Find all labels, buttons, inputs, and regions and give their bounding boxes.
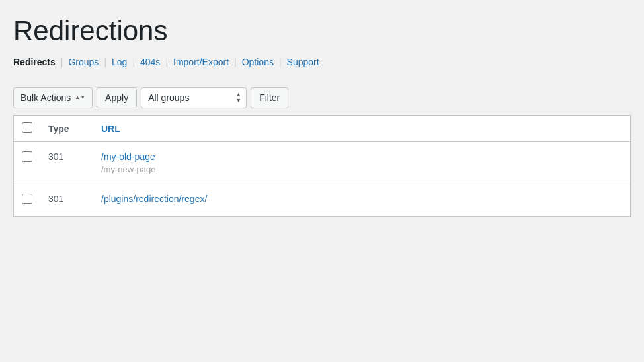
header-checkbox-col	[14, 116, 40, 142]
filter-button[interactable]: Filter	[251, 87, 288, 108]
nav-separator-6: |	[279, 57, 282, 67]
table-row: 301/my-old-page/my-new-page	[14, 142, 630, 184]
nav-item-options[interactable]: Options	[242, 57, 274, 67]
table-header-row: Type URL	[14, 116, 630, 142]
nav-separator-1: |	[61, 57, 63, 67]
row-url-primary[interactable]: /my-old-page	[101, 151, 622, 162]
header-url: URL	[93, 116, 630, 142]
navigation: Redirects | Groups | Log | 404s | Import…	[13, 57, 631, 67]
redirections-table-container: Type URL 301/my-old-page/my-new-page301/…	[13, 115, 631, 217]
nav-item-404s[interactable]: 404s	[140, 57, 160, 67]
nav-item-support[interactable]: Support	[287, 57, 319, 67]
header-type: Type	[40, 116, 93, 142]
nav-separator-2: |	[104, 57, 106, 67]
row-checkbox[interactable]	[22, 194, 32, 204]
row-url: /plugins/redirection/regex/	[93, 184, 630, 217]
nav-separator-3: |	[132, 57, 135, 67]
row-type: 301	[40, 142, 93, 184]
row-checkbox[interactable]	[22, 151, 32, 162]
toolbar: Bulk Actions ▲▼ Apply All groupsDefault …	[13, 81, 631, 115]
row-type: 301	[40, 184, 93, 217]
bulk-actions-arrows-icon: ▲▼	[75, 95, 85, 100]
groups-select-wrapper: All groupsDefault Group ▲▼	[141, 87, 247, 108]
row-url-secondary: /my-new-page	[101, 164, 622, 174]
bulk-actions-button[interactable]: Bulk Actions ▲▼	[13, 87, 93, 108]
select-all-checkbox[interactable]	[22, 122, 32, 133]
row-checkbox-cell	[14, 142, 40, 184]
row-checkbox-cell	[14, 184, 40, 217]
apply-button[interactable]: Apply	[97, 87, 137, 108]
bulk-actions-label: Bulk Actions	[20, 92, 71, 103]
nav-item-log[interactable]: Log	[112, 57, 127, 67]
row-url: /my-old-page/my-new-page	[93, 142, 630, 184]
redirections-table: Type URL 301/my-old-page/my-new-page301/…	[14, 116, 630, 216]
nav-item-redirects[interactable]: Redirects	[13, 57, 56, 67]
nav-item-groups[interactable]: Groups	[68, 57, 99, 67]
row-url-primary[interactable]: /plugins/redirection/regex/	[101, 194, 622, 204]
page-title: Redirections	[13, 16, 631, 46]
nav-separator-5: |	[234, 57, 237, 67]
table-row: 301/plugins/redirection/regex/	[14, 184, 630, 217]
groups-select[interactable]: All groupsDefault Group	[141, 87, 247, 108]
nav-item-import-export[interactable]: Import/Export	[173, 57, 229, 67]
nav-separator-4: |	[165, 57, 168, 67]
